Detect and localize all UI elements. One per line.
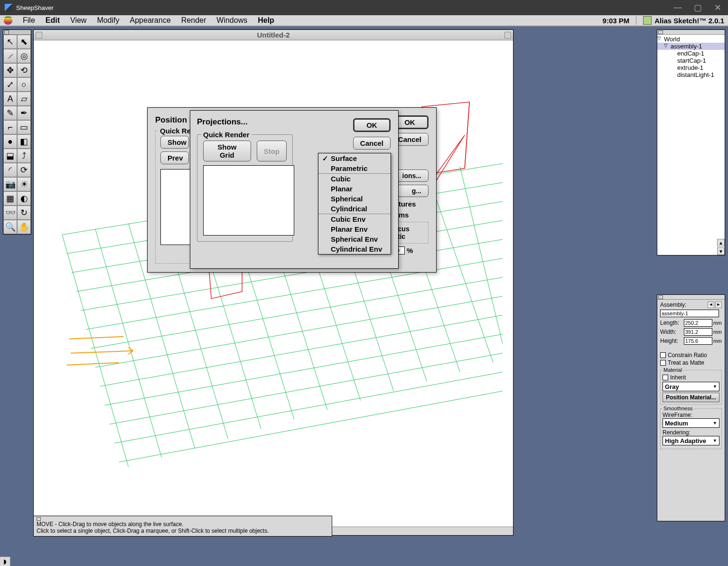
world-distantlight-1[interactable]: distantLight-1 <box>657 71 725 78</box>
svg-line-7 <box>95 296 503 368</box>
constrain-ratio-check[interactable]: Constrain Ratio <box>660 352 722 358</box>
plane-icon[interactable]: ▱ <box>17 92 31 106</box>
projections-cancel-button[interactable]: Cancel <box>353 137 391 150</box>
canvas-window: Untitled-2 <box>33 29 513 536</box>
menu-cubic[interactable]: Cubic <box>318 174 391 184</box>
world-endcap-1[interactable]: endCap-1 <box>657 50 725 57</box>
menu-windows[interactable]: Windows <box>216 16 247 25</box>
material-icon[interactable]: ◐ <box>17 191 31 206</box>
show-grid-button[interactable]: Show Grid <box>203 141 251 161</box>
world-panel-handle[interactable] <box>657 30 725 35</box>
menu-file[interactable]: File <box>23 16 35 25</box>
props-panel-handle[interactable] <box>657 295 725 300</box>
rotate-icon[interactable]: ⟲ <box>17 63 31 77</box>
svg-line-27 <box>465 102 469 169</box>
glasses-icon[interactable]: 👓 <box>3 206 17 220</box>
maximize-button[interactable]: ▢ <box>692 2 703 13</box>
height-unit: mm <box>713 338 722 344</box>
sphere-icon[interactable]: ● <box>3 134 17 149</box>
menu-planar[interactable]: Planar <box>318 184 391 194</box>
wireframe-select[interactable]: Medium <box>663 418 719 428</box>
assembly-name-input[interactable] <box>660 310 719 317</box>
assembly-label: Assembly: <box>660 302 686 308</box>
rendering-label: Rendering: <box>663 429 691 436</box>
minimize-button[interactable]: — <box>672 2 683 13</box>
move-icon[interactable]: ✥ <box>3 63 17 77</box>
app-name: Alias Sketch!™ 2.0.1 <box>654 17 724 25</box>
menu-view[interactable]: View <box>70 16 86 25</box>
extrude-icon[interactable]: ⬓ <box>3 149 17 163</box>
smoothness-section-label: Smoothness <box>663 406 693 411</box>
palette-drag-handle[interactable] <box>3 30 31 35</box>
arrow-icon[interactable]: ↖ <box>3 35 17 49</box>
world-scroll-up-icon[interactable]: ▲ <box>717 239 725 246</box>
target-icon[interactable]: ◎ <box>17 49 31 63</box>
height-label: Height: <box>660 338 678 344</box>
length-input[interactable] <box>684 319 712 327</box>
back-prev-button[interactable]: Prev <box>160 151 189 164</box>
cube-icon[interactable]: ◧ <box>17 134 31 149</box>
stop-button[interactable]: Stop <box>257 141 287 161</box>
app-menu[interactable]: Alias Sketch!™ 2.0.1 <box>643 16 724 25</box>
height-input[interactable] <box>684 337 712 345</box>
menu-spherical-env[interactable]: Spherical Env <box>318 234 391 244</box>
camera-icon[interactable]: 📷 <box>3 177 17 191</box>
scale-icon[interactable]: ⤢ <box>3 77 17 92</box>
arrow-outline-icon[interactable]: ⬉ <box>17 35 31 49</box>
menu-spherical[interactable]: Spherical <box>318 194 391 204</box>
back-fieldset-label: Quick Re <box>159 127 192 135</box>
world-assembly-1[interactable]: assembly-1 <box>657 43 725 50</box>
close-button[interactable]: ✕ <box>712 2 723 13</box>
projections-ok-button[interactable]: OK <box>353 118 391 132</box>
menu-planar-env[interactable]: Planar Env <box>318 224 391 234</box>
back-show-button[interactable]: Show <box>160 136 189 149</box>
status-handle[interactable] <box>37 517 329 521</box>
rendering-select[interactable]: High Adaptive <box>663 436 719 445</box>
corner-icon[interactable]: ⌐ <box>3 120 17 134</box>
pencil-icon[interactable]: ✎ <box>3 106 17 120</box>
pen-icon[interactable]: ✒ <box>17 106 31 120</box>
menu-cylindrical[interactable]: Cylindrical <box>318 204 391 214</box>
text-icon[interactable]: A <box>3 92 17 106</box>
assembly-prev-icon[interactable]: ◄ <box>708 302 714 308</box>
zoom-icon[interactable]: 🔍 <box>3 220 17 234</box>
status-line-2: Click to select a single object, Click-D… <box>37 528 329 534</box>
menu-cylindrical-env[interactable]: Cylindrical Env <box>318 244 391 254</box>
menu-render[interactable]: Render <box>181 16 206 25</box>
menu-edit[interactable]: Edit <box>46 16 60 25</box>
menu-modify[interactable]: Modify <box>97 16 119 25</box>
menu-parametric[interactable]: Parametric <box>318 163 391 173</box>
canvas-titlebar[interactable]: Untitled-2 <box>34 30 513 40</box>
refresh-icon[interactable]: ↻ <box>17 206 31 220</box>
light-icon[interactable]: ☀ <box>17 177 31 191</box>
treat-matte-check[interactable]: Treat as Matte <box>660 359 722 366</box>
menu-appearance[interactable]: Appearance <box>130 16 171 25</box>
finder-corner-icon[interactable]: ◗ <box>0 557 10 566</box>
menu-help[interactable]: Help <box>258 16 274 25</box>
svg-line-11 <box>114 372 503 443</box>
position-material-button[interactable]: Position Material... <box>663 393 719 402</box>
menu-surface[interactable]: Surface <box>318 153 391 163</box>
rendering-value: High Adaptive <box>665 437 706 444</box>
hand-icon[interactable]: ✋ <box>17 220 31 234</box>
material-select[interactable]: Gray <box>663 382 719 391</box>
world-startcap-1[interactable]: startCap-1 <box>657 57 725 64</box>
svg-line-10 <box>110 353 503 424</box>
world-root[interactable]: World <box>657 36 725 43</box>
skin-icon[interactable]: ◜ <box>3 163 17 177</box>
inherit-check[interactable]: Inherit <box>663 374 719 381</box>
revolve-icon[interactable]: ⟳ <box>17 163 31 177</box>
width-input[interactable] <box>684 328 712 336</box>
properties-panel: Assembly: ◄ ► Length: mm Width: mm <box>657 294 725 521</box>
menu-cubic-env[interactable]: Cubic Env <box>318 214 391 224</box>
rect-icon[interactable]: ▭ <box>17 120 31 134</box>
apple-menu-icon[interactable] <box>4 16 12 25</box>
world-scroll-down-icon[interactable]: ▼ <box>717 247 725 255</box>
assembly-next-icon[interactable]: ► <box>715 302 722 308</box>
render-icon[interactable]: ▦ <box>3 191 17 206</box>
sweep-icon[interactable]: ⤴ <box>17 149 31 163</box>
lasso-icon[interactable]: ⟋ <box>3 49 17 63</box>
circle-tool-icon[interactable]: ○ <box>17 77 31 92</box>
wireframe-label: WireFrame: <box>663 412 692 418</box>
world-extrude-1[interactable]: extrude-1 <box>657 64 725 71</box>
